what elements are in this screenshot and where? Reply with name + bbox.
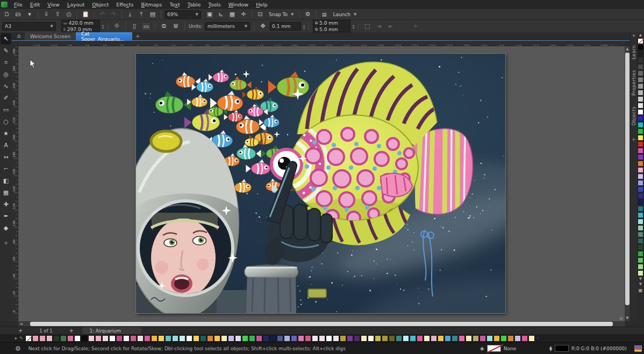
color-swatch-7[interactable] xyxy=(638,83,643,89)
color-swatch-31[interactable] xyxy=(242,335,248,342)
color-swatch-1[interactable] xyxy=(32,335,39,342)
color-swatch-1[interactable] xyxy=(638,45,643,50)
zoom-fit-corner-icon[interactable]: ◎ xyxy=(618,316,624,321)
color-swatch-23[interactable] xyxy=(638,186,643,192)
menu-bitmaps[interactable]: Bitmaps xyxy=(137,1,166,8)
color-swatch-66[interactable] xyxy=(486,335,493,342)
color-swatch-47[interactable] xyxy=(354,335,360,342)
color-swatch-6[interactable] xyxy=(67,335,74,342)
horizontal-scrollbar[interactable]: ◄ xyxy=(18,321,625,327)
vertical-scroll-thumb[interactable] xyxy=(625,53,629,305)
zoom-level-combo[interactable]: 69% ▼ xyxy=(164,10,201,19)
new-tab-button[interactable]: + xyxy=(132,32,143,40)
color-swatch-12[interactable] xyxy=(638,115,643,121)
color-swatch-22[interactable] xyxy=(638,180,643,186)
nudge-field[interactable]: 0.1 mm xyxy=(270,22,301,31)
all-pages-icon[interactable]: ⧉ xyxy=(159,22,169,31)
status-gear-icon[interactable]: ⚙ xyxy=(15,345,21,352)
color-swatch-36[interactable] xyxy=(638,270,643,276)
eyedropper-tool[interactable]: ✚ xyxy=(1,199,11,210)
color-swatch-30[interactable] xyxy=(235,335,241,342)
color-swatch-32[interactable] xyxy=(638,244,643,250)
add-page-before-button[interactable]: + xyxy=(14,328,27,334)
open-arrow-icon[interactable]: ▾ xyxy=(25,10,34,19)
color-swatch-27[interactable] xyxy=(638,212,643,218)
color-swatch-39[interactable] xyxy=(298,335,304,342)
color-swatch-65[interactable] xyxy=(480,335,486,342)
color-swatch-34[interactable] xyxy=(263,335,269,342)
polygon-tool[interactable]: ★ xyxy=(1,128,11,139)
color-swatch-26[interactable] xyxy=(207,335,213,342)
page-size-stepper[interactable]: ▴▾ xyxy=(102,24,104,29)
color-swatch-46[interactable] xyxy=(347,335,353,342)
color-swatch-61[interactable] xyxy=(452,335,458,342)
color-swatch-8[interactable] xyxy=(638,90,643,96)
color-swatch-25[interactable] xyxy=(200,335,206,342)
add-page-after-button[interactable]: + xyxy=(65,328,77,334)
tab-welcome-screen[interactable]: Welcome Screen xyxy=(25,32,76,40)
color-swatch-21[interactable] xyxy=(638,174,643,179)
color-swatch-24[interactable] xyxy=(638,193,643,199)
color-swatch-14[interactable] xyxy=(638,128,643,134)
page-size-combo[interactable]: A3 ▼ xyxy=(2,22,56,31)
color-swatch-20[interactable] xyxy=(165,335,171,342)
color-swatch-8[interactable] xyxy=(81,335,88,342)
menu-file[interactable]: File xyxy=(10,1,26,8)
color-swatch-58[interactable] xyxy=(431,335,437,342)
menu-table[interactable]: Table xyxy=(184,1,205,8)
interactive-fill-tool[interactable]: ◧ xyxy=(1,175,11,186)
color-swatch-50[interactable] xyxy=(375,335,381,342)
color-swatch-35[interactable] xyxy=(270,335,276,342)
color-swatch-2[interactable] xyxy=(638,51,643,57)
color-swatch-11[interactable] xyxy=(102,335,109,342)
color-swatch-29[interactable] xyxy=(638,225,643,231)
color-swatch-31[interactable] xyxy=(638,238,643,244)
menu-help[interactable]: Help xyxy=(252,1,271,8)
color-swatch-10[interactable] xyxy=(95,335,102,342)
color-swatch-6[interactable] xyxy=(638,77,643,83)
scroll-left-icon[interactable]: ◄ xyxy=(18,322,24,326)
page-width-field[interactable]: ▭ 420.0 mm xyxy=(61,20,100,26)
color-swatch-72[interactable] xyxy=(528,335,535,342)
show-grid-icon[interactable]: ▦ xyxy=(227,10,237,19)
connector-tool[interactable]: ⌐ xyxy=(1,163,11,175)
docker-close-icon[interactable]: ✕ xyxy=(632,32,636,40)
color-swatch-69[interactable] xyxy=(507,335,514,342)
app-icon[interactable] xyxy=(1,2,8,8)
units-combo[interactable]: millimeters ▼ xyxy=(205,22,250,31)
color-swatch-62[interactable] xyxy=(459,335,465,342)
color-swatch-4[interactable] xyxy=(638,64,643,70)
shape-tool[interactable]: ✎ xyxy=(1,45,11,56)
color-swatch-13[interactable] xyxy=(116,335,123,342)
more-tools-button[interactable]: + xyxy=(1,237,11,249)
palette-scroll-down-icon[interactable]: ▼ xyxy=(639,276,642,281)
color-swatch-42[interactable] xyxy=(319,335,325,342)
color-swatch-37[interactable] xyxy=(284,335,290,342)
no-color-swatch[interactable] xyxy=(638,38,643,44)
color-swatch-67[interactable] xyxy=(493,335,500,342)
color-swatch-15[interactable] xyxy=(130,335,137,342)
landscape-button[interactable]: ▭ xyxy=(141,22,151,31)
color-swatch-5[interactable] xyxy=(638,70,643,76)
palette-scroll-up-icon[interactable]: ▲ xyxy=(639,32,642,38)
duplicate-y-field[interactable]: ⧉ 5.0 mm xyxy=(313,26,350,32)
color-swatch-34[interactable] xyxy=(638,257,643,263)
color-swatch-64[interactable] xyxy=(473,335,479,342)
snap-settings-icon[interactable]: ⊡ xyxy=(255,10,265,19)
menu-object[interactable]: Object xyxy=(88,1,112,8)
color-swatch-40[interactable] xyxy=(305,335,311,342)
color-swatch-23[interactable] xyxy=(186,335,192,342)
color-swatch-17[interactable] xyxy=(144,335,151,342)
snap-to-dropdown[interactable]: Snap To ▼ xyxy=(267,10,296,19)
color-swatch-68[interactable] xyxy=(500,335,507,342)
color-swatch-5[interactable] xyxy=(60,335,67,342)
color-swatch-48[interactable] xyxy=(361,335,367,342)
options-gear-icon[interactable]: ⚙ xyxy=(303,10,312,19)
crop-tool[interactable]: ⌗ xyxy=(1,57,11,68)
print-icon[interactable]: ⎙ xyxy=(64,10,74,19)
drawing-page[interactable] xyxy=(136,54,505,313)
current-page-icon[interactable]: ⋓ xyxy=(171,22,181,31)
horizontal-ruler[interactable]: 1201008060402002040608010012014016018020… xyxy=(18,41,625,46)
color-swatch-12[interactable] xyxy=(109,335,116,342)
no-color-swatch[interactable] xyxy=(25,335,32,342)
